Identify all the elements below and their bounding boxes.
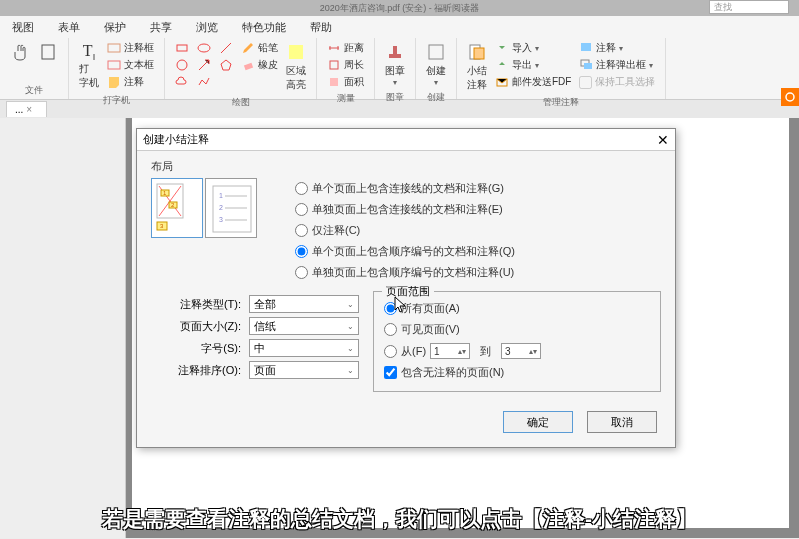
group-label-measure: 测量	[325, 92, 366, 105]
group-label-create: 创建	[424, 91, 448, 104]
layout-thumb-1[interactable]: 1 2 3	[151, 178, 203, 238]
area-button[interactable]: 面积	[325, 74, 366, 90]
annotation-button[interactable]: 注释▾	[577, 40, 657, 56]
menu-view[interactable]: 视图	[0, 20, 46, 35]
window-title: 2020年酒店咨询.pdf (安全) - 福昕阅读器	[320, 2, 480, 15]
area-highlight-button[interactable]: 区域 高亮	[284, 40, 308, 94]
svg-rect-10	[330, 61, 338, 69]
title-bar: 2020年酒店咨询.pdf (安全) - 福昕阅读器	[0, 0, 799, 16]
menu-protect[interactable]: 保护	[92, 20, 138, 35]
svg-text:3: 3	[219, 216, 223, 223]
menu-form[interactable]: 表单	[46, 20, 92, 35]
sort-select[interactable]: 页面⌄	[249, 361, 359, 379]
thumbnail-sidebar[interactable]	[0, 118, 126, 538]
from-spinner[interactable]: 1▴▾	[430, 343, 470, 359]
shape-polyline-button[interactable]	[195, 74, 213, 90]
svg-rect-3	[177, 45, 187, 51]
menu-browse[interactable]: 浏览	[184, 20, 230, 35]
shape-oval-button[interactable]	[195, 40, 213, 56]
send-fdf-button[interactable]: 邮件发送FDF	[493, 74, 573, 90]
shape-line-button[interactable]	[217, 40, 235, 56]
group-label-file: 文件	[8, 84, 60, 97]
chevron-down-icon: ⌄	[347, 300, 354, 309]
highlight-icon	[286, 42, 306, 62]
textbox-button[interactable]: 文本框	[105, 57, 156, 73]
eraser-button[interactable]: 橡皮	[239, 57, 280, 73]
create-button[interactable]: 创建▾	[424, 40, 448, 89]
dialog-titlebar[interactable]: 创建小结注释 ✕	[137, 129, 675, 151]
spinner-icon: ▴▾	[529, 347, 537, 356]
shape-cloud-button[interactable]	[173, 74, 191, 90]
font-label: 字号(S):	[151, 341, 241, 356]
close-icon[interactable]: ×	[26, 104, 32, 115]
export-button[interactable]: 导出▾	[493, 57, 573, 73]
note-icon	[107, 75, 121, 89]
keep-tool-check[interactable]: 保持工具选择	[577, 74, 657, 90]
menu-share[interactable]: 共享	[138, 20, 184, 35]
shape-circle-button[interactable]	[173, 57, 191, 73]
size-select[interactable]: 信纸⌄	[249, 317, 359, 335]
pencil-button[interactable]: 铅笔	[239, 40, 280, 56]
pencil-icon	[241, 41, 255, 55]
layout-thumb-2[interactable]: 1 2 3	[205, 178, 257, 238]
distance-button[interactable]: 距离	[325, 40, 366, 56]
file-button[interactable]	[36, 40, 60, 66]
svg-marker-7	[221, 60, 231, 70]
layout-opt-q[interactable]: 单个页面上包含顺序编号的文档和注释(Q)	[295, 241, 515, 262]
layout-label: 布局	[151, 159, 661, 174]
cursor-icon	[394, 296, 408, 314]
spinner-icon: ▴▾	[458, 347, 466, 356]
typewriter-button[interactable]: TI打 字机	[77, 40, 101, 92]
layout-thumb-icon: 1 2 3	[209, 182, 255, 236]
svg-line-6	[221, 43, 231, 53]
summary-button[interactable]: 小结 注释	[465, 40, 489, 94]
include-no-ann[interactable]: 包含无注释的页面(N)	[384, 362, 650, 383]
chevron-down-icon: ▾	[535, 44, 539, 53]
rect-icon	[175, 41, 189, 55]
hand-tool-button[interactable]	[8, 40, 32, 66]
side-panel-toggle[interactable]	[781, 88, 799, 106]
svg-point-5	[198, 44, 210, 52]
layout-opt-c[interactable]: 仅注释(C)	[295, 220, 515, 241]
range-all[interactable]: 所有页面(A)	[384, 298, 650, 319]
polygon-icon	[219, 58, 233, 72]
document-tab[interactable]: ... ×	[6, 101, 47, 117]
type-select[interactable]: 全部⌄	[249, 295, 359, 313]
type-label: 注释类型(T):	[151, 297, 241, 312]
import-button[interactable]: 导入▾	[493, 40, 573, 56]
chevron-down-icon: ⌄	[347, 344, 354, 353]
annotation-box-button[interactable]: 注释框	[105, 40, 156, 56]
svg-rect-1	[108, 44, 120, 52]
distance-icon	[327, 41, 341, 55]
chevron-down-icon: ▾	[434, 78, 438, 87]
range-visible[interactable]: 可见页面(V)	[384, 319, 650, 340]
group-label-manage: 管理注释	[465, 96, 657, 109]
svg-rect-13	[393, 46, 397, 54]
chevron-down-icon: ▾	[393, 78, 397, 87]
layout-opt-g[interactable]: 单个页面上包含连接线的文档和注释(G)	[295, 178, 515, 199]
font-select[interactable]: 中⌄	[249, 339, 359, 357]
menu-help[interactable]: 帮助	[298, 20, 344, 35]
stamp-button[interactable]: 图章▾	[383, 40, 407, 89]
svg-rect-20	[584, 63, 592, 69]
layout-opt-e[interactable]: 单独页面上包含连接线的文档和注释(E)	[295, 199, 515, 220]
eraser-icon	[241, 58, 255, 72]
menu-features[interactable]: 特色功能	[230, 20, 298, 35]
shape-arrow-button[interactable]	[195, 57, 213, 73]
chevron-down-icon: ▾	[619, 44, 623, 53]
note-button[interactable]: 注释	[105, 74, 156, 90]
popout-button[interactable]: 注释弹出框▾	[577, 57, 657, 73]
cancel-button[interactable]: 取消	[587, 411, 657, 433]
keep-tool-checkbox[interactable]	[579, 76, 592, 89]
to-spinner[interactable]: 3▴▾	[501, 343, 541, 359]
range-from-radio[interactable]	[384, 345, 397, 358]
shape-poly-button[interactable]	[217, 57, 235, 73]
arrow-icon	[197, 58, 211, 72]
shape-rect-button[interactable]	[173, 40, 191, 56]
layout-opt-u[interactable]: 单独页面上包含顺序编号的文档和注释(U)	[295, 262, 515, 283]
search-input[interactable]: 查找	[709, 0, 789, 14]
gear-icon	[784, 91, 796, 103]
close-icon[interactable]: ✕	[657, 132, 669, 148]
perimeter-button[interactable]: 周长	[325, 57, 366, 73]
ok-button[interactable]: 确定	[503, 411, 573, 433]
